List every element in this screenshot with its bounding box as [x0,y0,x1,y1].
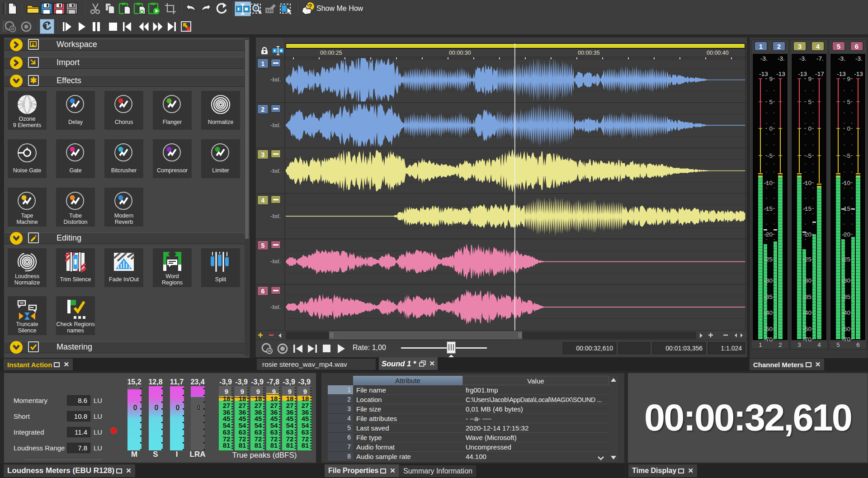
svg-text:-3,9: -3,9 [298,378,311,386]
svg-text:-3,9: -3,9 [219,378,232,386]
svg-text:81: 81 [302,441,309,449]
svg-text:-3,9: -3,9 [283,378,295,386]
svg-text:9: 9 [288,388,292,395]
svg-text:-3,9: -3,9 [251,378,264,386]
svg-text:9: 9 [303,388,307,395]
svg-text:-7,8: -7,8 [267,378,279,386]
svg-text:12,8: 12,8 [148,378,162,386]
svg-text:23,4: 23,4 [190,378,204,386]
svg-text:True peaks (dBFS): True peaks (dBFS) [232,451,297,459]
svg-text:9: 9 [241,388,244,395]
svg-text:S: S [153,450,158,459]
svg-text:9: 9 [225,388,228,395]
svg-text:LRA: LRA [190,450,206,459]
svg-text:9: 9 [256,388,260,395]
svg-text:M: M [131,450,137,459]
svg-text:0: 0 [176,404,180,412]
svg-text:-3,9: -3,9 [235,378,248,386]
svg-text:0: 0 [155,404,159,412]
svg-text:81: 81 [239,441,246,449]
svg-text:81: 81 [255,441,262,449]
svg-text:0: 0 [133,404,137,412]
svg-text:0: 0 [197,404,201,412]
svg-text:15,2: 15,2 [127,378,141,386]
svg-text:I: I [176,450,178,459]
svg-text:81: 81 [223,441,231,449]
svg-text:81: 81 [286,441,294,449]
svg-text:11,7: 11,7 [170,378,184,386]
svg-text:81: 81 [270,441,278,449]
svg-text:9: 9 [272,388,276,395]
